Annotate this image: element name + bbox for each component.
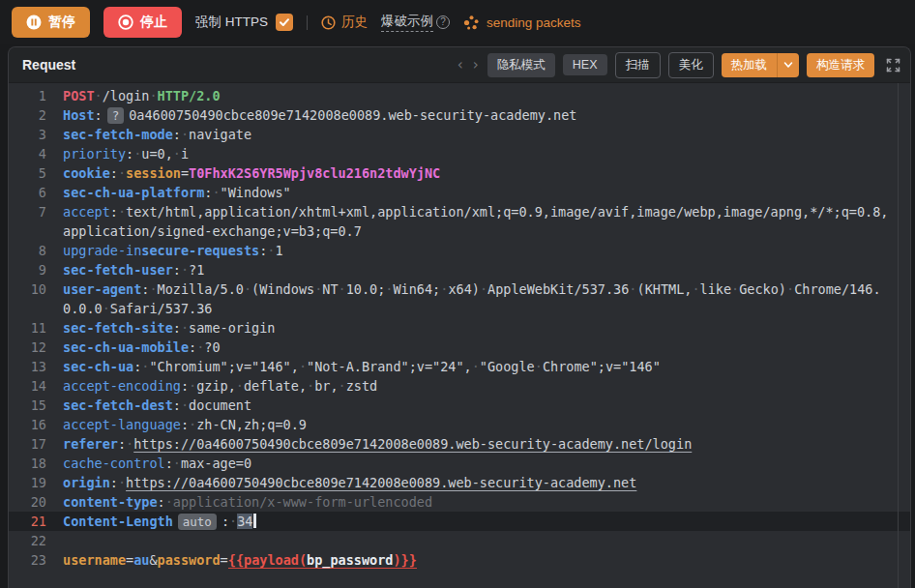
line-number: 8 [9, 241, 63, 260]
line-number: 12 [9, 338, 63, 357]
code-line[interactable]: 8upgrade-insecure-requests:·1 [9, 241, 910, 260]
code-content: sec-ch-ua-platform:·"Windows" [63, 183, 910, 202]
code-content: sec-fetch-mode:·navigate [63, 125, 910, 144]
code-lines: 1POST·/login·HTTP/2.02Host:?0a4600750490… [9, 86, 910, 570]
line-number: 11 [9, 318, 63, 338]
history-button[interactable]: 历史 [321, 14, 368, 31]
help-circle-icon[interactable]: ? [436, 15, 450, 29]
line-number: 5 [9, 163, 63, 183]
line-number: 19 [9, 473, 63, 492]
code-line[interactable]: 15sec-fetch-dest:·document [9, 396, 910, 415]
code-content: sec-fetch-site:·same-origin [63, 318, 910, 338]
history-label: 历史 [341, 14, 368, 31]
stop-button-label: 停止 [140, 14, 167, 31]
hot-reload-split-button: 热加载 [722, 53, 800, 77]
force-https-group: 强制 HTTPS [195, 14, 293, 31]
code-line[interactable]: 17referer:·https://0a4600750490cbce809e7… [9, 434, 910, 454]
code-line[interactable]: 13sec-ch-ua:·"Chromium";v="146",·"Not-A.… [9, 357, 910, 376]
clock-icon [321, 15, 336, 30]
request-panel-header: Request ‹ › 隐私模式 HEX 扫描 美化 热加载 构造请求 [9, 47, 910, 83]
toolbar-divider [307, 15, 308, 30]
code-line[interactable]: 10user-agent:·Mozilla/5.0·(Windows·NT·10… [9, 279, 910, 318]
line-number: 15 [9, 396, 63, 415]
code-content: POST·/login·HTTP/2.0 [63, 86, 910, 105]
pause-icon [26, 15, 42, 30]
code-line[interactable]: 7accept:·text/html,application/xhtml+xml… [9, 202, 910, 241]
code-content: username=au&password={{payload(bp_passwo… [63, 550, 910, 570]
blast-example-link[interactable]: 爆破示例 [381, 13, 433, 32]
chevron-left-icon[interactable]: ‹ [457, 56, 464, 74]
code-content: accept:·text/html,application/xhtml+xml,… [63, 202, 910, 241]
line-number: 10 [9, 279, 63, 318]
code-line[interactable]: 12sec-ch-ua-mobile:·?0 [9, 338, 910, 357]
line-number: 9 [9, 260, 63, 279]
code-line[interactable]: 11sec-fetch-site:·same-origin [9, 318, 910, 338]
stop-icon [118, 15, 133, 30]
code-content: priority:·u=0,·i [63, 144, 910, 163]
line-number: 20 [9, 492, 63, 512]
pause-button[interactable]: 暂停 [12, 7, 90, 38]
line-number: 13 [9, 357, 63, 376]
code-content: sec-ch-ua:·"Chromium";v="146",·"Not-A.Br… [63, 357, 910, 376]
request-editor[interactable]: 1POST·/login·HTTP/2.02Host:?0a4600750490… [9, 83, 910, 588]
code-line[interactable]: 20content-type:·application/x-www-form-u… [9, 492, 910, 512]
hot-reload-dropdown-button[interactable] [777, 53, 799, 77]
code-line[interactable]: 19origin:·https://0a4600750490cbce809e71… [9, 473, 910, 492]
code-line[interactable]: 1POST·/login·HTTP/2.0 [9, 86, 910, 105]
line-number: 14 [9, 376, 63, 396]
code-content: cookie:·session=T0FhxK2S6YR5Wpjv8clu216n… [63, 163, 910, 183]
line-number: 3 [9, 125, 63, 144]
code-line[interactable]: 6sec-ch-ua-platform:·"Windows" [9, 183, 910, 202]
hex-button[interactable]: HEX [563, 54, 607, 75]
build-request-button[interactable]: 构造请求 [807, 53, 874, 77]
code-line[interactable]: 4priority:·u=0,·i [9, 144, 910, 163]
beautify-button[interactable]: 美化 [668, 52, 714, 78]
code-content: Host:?0a4600750490cbce809e7142008e0089.w… [63, 105, 910, 125]
editor-scrollbar[interactable] [898, 83, 910, 588]
code-content: sec-fetch-user:·?1 [63, 260, 910, 279]
pause-button-label: 暂停 [48, 14, 75, 31]
line-number: 1 [9, 86, 63, 105]
spinner-dots-icon [463, 15, 480, 31]
code-line[interactable]: 22 [9, 531, 910, 550]
code-line[interactable]: 21Content-Lengthauto:·34 [9, 512, 910, 531]
code-line[interactable]: 23username=au&password={{payload(bp_pass… [9, 550, 910, 570]
code-line[interactable]: 9sec-fetch-user:·?1 [9, 260, 910, 279]
force-https-checkbox[interactable] [276, 14, 293, 31]
expand-icon [886, 58, 900, 73]
line-number: 17 [9, 434, 63, 454]
hot-reload-button[interactable]: 热加载 [722, 53, 778, 77]
fullscreen-button[interactable] [886, 58, 900, 73]
code-content: origin:·https://0a4600750490cbce809e7142… [63, 473, 910, 492]
code-content: Content-Lengthauto:·34 [63, 512, 910, 531]
chevron-down-icon [783, 61, 793, 69]
code-content: user-agent:·Mozilla/5.0·(Windows·NT·10.0… [63, 279, 910, 318]
privacy-mode-button[interactable]: 隐私模式 [487, 53, 555, 77]
chevron-right-icon[interactable]: › [472, 56, 480, 74]
code-line[interactable]: 18cache-control:·max-age=0 [9, 454, 910, 473]
force-https-label: 强制 HTTPS [195, 14, 268, 31]
code-content: content-type:·application/x-www-form-url… [63, 492, 910, 512]
line-number: 4 [9, 144, 63, 163]
code-line[interactable]: 14accept-encoding:·gzip,·deflate,·br,·zs… [9, 376, 910, 396]
code-content: accept-language:·zh-CN,zh;q=0.9 [63, 415, 910, 434]
line-number: 22 [9, 531, 63, 550]
scan-button[interactable]: 扫描 [615, 52, 661, 78]
sending-status-label: sending packets [487, 15, 581, 30]
code-line[interactable]: 3sec-fetch-mode:·navigate [9, 125, 910, 144]
line-number: 18 [9, 454, 63, 473]
code-line[interactable]: 16accept-language:·zh-CN,zh;q=0.9 [9, 415, 910, 434]
line-number: 23 [9, 550, 63, 570]
code-line[interactable]: 5cookie:·session=T0FhxK2S6YR5Wpjv8clu216… [9, 163, 910, 183]
stop-button[interactable]: 停止 [103, 7, 182, 38]
line-number: 7 [9, 202, 63, 241]
code-line[interactable]: 2Host:?0a4600750490cbce809e7142008e0089.… [9, 105, 910, 125]
code-content: accept-encoding:·gzip,·deflate,·br,·zstd [63, 376, 910, 396]
code-content: upgrade-insecure-requests:·1 [63, 241, 910, 260]
line-number: 16 [9, 415, 63, 434]
code-content: cache-control:·max-age=0 [63, 454, 910, 473]
line-number: 6 [9, 183, 63, 202]
code-content: sec-fetch-dest:·document [63, 396, 910, 415]
panel-title: Request [22, 57, 75, 73]
code-content: sec-ch-ua-mobile:·?0 [63, 338, 910, 357]
